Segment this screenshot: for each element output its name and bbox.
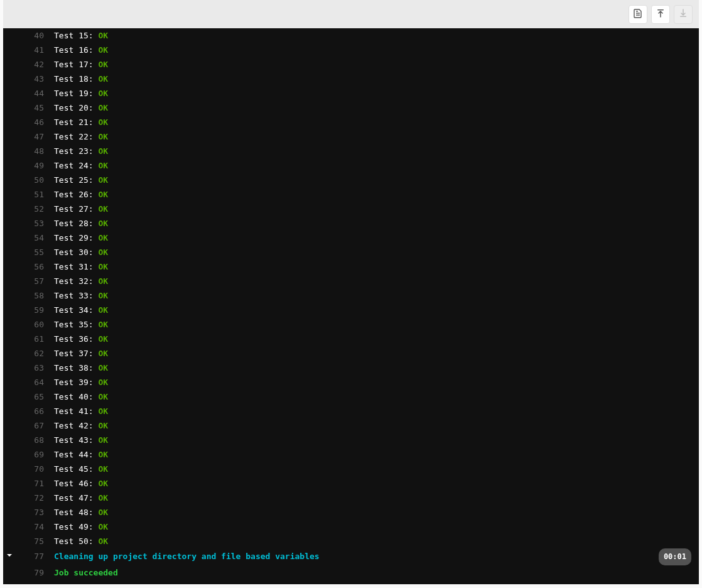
status-ok: OK <box>98 406 108 416</box>
status-ok: OK <box>98 204 108 214</box>
line-number[interactable]: 68 <box>16 433 44 447</box>
line-number[interactable]: 71 <box>16 476 44 491</box>
line-number[interactable]: 45 <box>16 101 44 115</box>
log-line: 46Test 21: OK <box>3 115 699 129</box>
line-number[interactable]: 40 <box>16 28 44 43</box>
line-number[interactable]: 59 <box>16 303 44 317</box>
test-label: Test 29: <box>54 233 98 242</box>
line-number[interactable]: 46 <box>16 115 44 129</box>
line-number[interactable]: 43 <box>16 72 44 86</box>
status-ok: OK <box>98 291 108 300</box>
test-label: Test 41: <box>54 406 98 416</box>
scroll-bottom-button[interactable] <box>674 5 693 24</box>
line-number[interactable]: 53 <box>16 216 44 231</box>
log-line: 65Test 40: OK <box>3 389 699 404</box>
line-number[interactable]: 66 <box>16 404 44 418</box>
log-line: 52Test 27: OK <box>3 202 699 216</box>
line-number[interactable]: 63 <box>16 361 44 375</box>
log-content: Test 39: OK <box>44 375 691 389</box>
line-number[interactable]: 79 <box>16 565 44 580</box>
line-number[interactable]: 62 <box>16 346 44 361</box>
status-ok: OK <box>98 45 108 55</box>
status-ok: OK <box>98 74 108 84</box>
status-ok: OK <box>98 60 108 69</box>
test-label: Test 34: <box>54 305 98 315</box>
log-content: Test 26: OK <box>44 187 691 202</box>
log-section-header: 77Cleaning up project directory and file… <box>3 548 699 565</box>
line-number[interactable]: 58 <box>16 288 44 303</box>
line-number[interactable]: 57 <box>16 274 44 288</box>
status-ok: OK <box>98 320 108 329</box>
log-content: Test 36: OK <box>44 332 691 346</box>
document-icon <box>633 8 643 20</box>
line-number[interactable]: 42 <box>16 57 44 72</box>
line-number[interactable]: 56 <box>16 259 44 274</box>
line-number[interactable]: 75 <box>16 534 44 548</box>
log-content: Test 34: OK <box>44 303 691 317</box>
log-line: 44Test 19: OK <box>3 86 699 101</box>
arrow-down-icon <box>678 8 688 20</box>
status-ok: OK <box>98 536 108 546</box>
status-ok: OK <box>98 175 108 185</box>
log-content: Test 25: OK <box>44 173 691 187</box>
line-number[interactable]: 73 <box>16 505 44 520</box>
job-log: 40Test 15: OK41Test 16: OK42Test 17: OK4… <box>3 28 699 584</box>
status-ok: OK <box>98 132 108 141</box>
log-line: 75Test 50: OK <box>3 534 699 548</box>
svg-rect-1 <box>680 16 686 18</box>
status-ok: OK <box>98 305 108 315</box>
line-number[interactable]: 48 <box>16 144 44 158</box>
status-ok: OK <box>98 479 108 488</box>
test-label: Test 36: <box>54 334 98 344</box>
status-ok: OK <box>98 508 108 517</box>
test-label: Test 43: <box>54 435 98 445</box>
line-number[interactable]: 77 <box>16 549 44 564</box>
line-number[interactable]: 72 <box>16 491 44 505</box>
line-number[interactable]: 69 <box>16 447 44 462</box>
status-ok: OK <box>98 493 108 503</box>
log-content: Test 18: OK <box>44 72 691 86</box>
log-content: Test 38: OK <box>44 361 691 375</box>
line-number[interactable]: 67 <box>16 418 44 433</box>
log-content: Test 42: OK <box>44 418 691 433</box>
collapse-chevron-icon[interactable] <box>3 552 16 559</box>
log-content: Test 19: OK <box>44 86 691 101</box>
log-content: Test 35: OK <box>44 317 691 332</box>
test-label: Test 38: <box>54 363 98 373</box>
line-number[interactable]: 64 <box>16 375 44 389</box>
test-label: Test 28: <box>54 219 98 228</box>
line-number[interactable]: 70 <box>16 462 44 476</box>
scroll-top-button[interactable] <box>651 5 670 24</box>
log-content: Test 24: OK <box>44 158 691 173</box>
log-content: Test 50: OK <box>44 534 691 548</box>
log-line: 72Test 47: OK <box>3 491 699 505</box>
test-label: Test 24: <box>54 161 98 170</box>
line-number[interactable]: 54 <box>16 231 44 245</box>
line-number[interactable]: 50 <box>16 173 44 187</box>
status-ok: OK <box>98 190 108 199</box>
line-number[interactable]: 61 <box>16 332 44 346</box>
raw-log-button[interactable] <box>629 5 647 24</box>
test-label: Test 39: <box>54 378 98 387</box>
line-number[interactable]: 74 <box>16 520 44 534</box>
line-number[interactable]: 55 <box>16 245 44 259</box>
log-line: 59Test 34: OK <box>3 303 699 317</box>
line-number[interactable]: 44 <box>16 86 44 101</box>
log-content: Test 32: OK <box>44 274 691 288</box>
test-label: Test 27: <box>54 204 98 214</box>
test-label: Test 15: <box>54 31 98 40</box>
duration-badge: 00:01 <box>659 548 691 565</box>
line-number[interactable]: 60 <box>16 317 44 332</box>
log-line: 48Test 23: OK <box>3 144 699 158</box>
log-line: 40Test 15: OK <box>3 28 699 43</box>
log-line: 57Test 32: OK <box>3 274 699 288</box>
status-ok: OK <box>98 378 108 387</box>
line-number[interactable]: 52 <box>16 202 44 216</box>
status-ok: OK <box>98 464 108 474</box>
line-number[interactable]: 41 <box>16 43 44 57</box>
line-number[interactable]: 65 <box>16 389 44 404</box>
line-number[interactable]: 47 <box>16 129 44 144</box>
status-ok: OK <box>98 392 108 401</box>
line-number[interactable]: 49 <box>16 158 44 173</box>
line-number[interactable]: 51 <box>16 187 44 202</box>
